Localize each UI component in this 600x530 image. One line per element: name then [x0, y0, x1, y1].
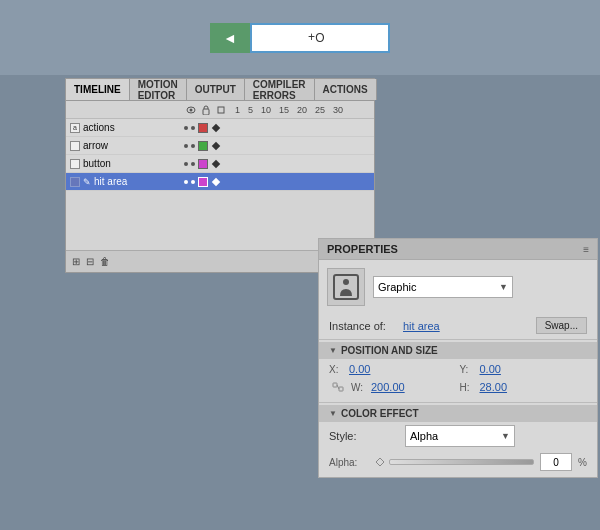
layer-name-arrow: arrow — [66, 140, 181, 151]
color-sq-actions — [198, 123, 208, 133]
svg-point-1 — [190, 108, 193, 111]
text-field[interactable]: O — [250, 23, 390, 53]
person-icon — [336, 276, 356, 298]
frame-30-label: 30 — [333, 105, 343, 115]
layers-area: a actions arrow — [66, 119, 374, 191]
style-dropdown-arrow-icon: ▼ — [501, 431, 510, 441]
frame-20-label: 20 — [297, 105, 307, 115]
layer-name-actions: a actions — [66, 122, 181, 133]
keyframe-hitarea — [212, 177, 220, 185]
arrow-type-icon — [70, 141, 80, 151]
layer-controls-button — [181, 159, 211, 169]
properties-menu-icon[interactable]: ≡ — [583, 244, 589, 255]
color-toggle-icon: ▼ — [329, 409, 337, 418]
properties-header: PROPERTIES ≡ — [319, 239, 597, 260]
divider-2 — [319, 402, 597, 403]
layer-name-text-actions: actions — [83, 122, 115, 133]
layer-row-arrow[interactable]: arrow — [66, 137, 374, 155]
w-value[interactable]: 200.00 — [371, 381, 405, 393]
green-block: ◄ — [210, 23, 250, 53]
vis-dot-actions — [184, 126, 188, 130]
add-folder-button[interactable]: ⊟ — [86, 256, 94, 267]
text-field-value: O — [315, 31, 324, 45]
lock-dot-button — [191, 162, 195, 166]
add-layer-button[interactable]: ⊞ — [72, 256, 80, 267]
keyframe-button — [212, 159, 220, 167]
lock-icon[interactable] — [200, 104, 212, 116]
h-label: H: — [460, 382, 476, 393]
button-type-icon — [70, 159, 80, 169]
vis-dot-button — [184, 162, 188, 166]
layer-controls-hitarea — [181, 177, 211, 187]
vis-dot-arrow — [184, 144, 188, 148]
properties-title: PROPERTIES — [327, 243, 398, 255]
w-label: W: — [351, 382, 367, 393]
instance-label: Instance of: — [329, 320, 399, 332]
tab-bar: TIMELINE MOTION EDITOR OUTPUT COMPILER E… — [66, 79, 374, 101]
delete-layer-button[interactable]: 🗑 — [100, 256, 110, 267]
pencil-icon: ✎ — [83, 177, 91, 187]
color-sq-arrow — [198, 141, 208, 151]
lock-dot-actions — [191, 126, 195, 130]
action-type-icon: a — [70, 123, 80, 133]
style-dropdown[interactable]: Alpha ▼ — [405, 425, 515, 447]
alpha-slider-container — [375, 457, 534, 467]
frame-10-label: 10 — [261, 105, 271, 115]
eye-icon[interactable] — [185, 104, 197, 116]
swap-button[interactable]: Swap... — [536, 317, 587, 334]
svg-rect-3 — [218, 107, 224, 113]
constraint-icon[interactable] — [329, 378, 347, 396]
alpha-label: Alpha: — [329, 457, 369, 468]
position-section-title: POSITION AND SIZE — [341, 345, 438, 356]
instance-value[interactable]: hit area — [403, 320, 440, 332]
alpha-row: Alpha: 0 % — [319, 450, 597, 477]
color-section-header[interactable]: ▼ COLOR EFFECT — [319, 405, 597, 422]
left-arrow-icon: ◄ — [223, 30, 237, 46]
svg-rect-5 — [333, 383, 337, 387]
keyframe-arrow — [212, 141, 220, 149]
graphic-type-dropdown[interactable]: Graphic ▼ — [373, 276, 513, 298]
h-value[interactable]: 28.00 — [480, 381, 508, 393]
frame-area-arrow — [211, 137, 374, 154]
layer-name-text-hitarea: hit area — [94, 176, 127, 187]
y-value[interactable]: 0.00 — [480, 363, 501, 375]
graphic-icon-inner — [333, 274, 359, 300]
tab-timeline[interactable]: TIMELINE — [66, 79, 130, 100]
plus-sign: + — [308, 30, 315, 44]
position-grid: X: 0.00 Y: 0.00 W: 200.00 H: 28.00 — [319, 359, 597, 400]
alpha-slider[interactable] — [389, 459, 534, 465]
square-icon[interactable] — [215, 104, 227, 116]
lock-dot-hitarea — [191, 180, 195, 184]
alpha-slider-icon — [375, 457, 385, 467]
layer-row-actions[interactable]: a actions — [66, 119, 374, 137]
dropdown-arrow-icon: ▼ — [499, 282, 508, 292]
hitarea-type-icon — [70, 177, 80, 187]
alpha-input[interactable]: 0 — [540, 453, 572, 471]
tab-output[interactable]: OUTPUT — [187, 79, 245, 100]
layer-row-button[interactable]: button — [66, 155, 374, 173]
svg-rect-6 — [339, 387, 343, 391]
tab-motion-editor[interactable]: MOTION EDITOR — [130, 79, 187, 100]
props-icon-area: Graphic ▼ — [319, 260, 597, 314]
timeline-header: 1 5 10 15 20 25 30 — [66, 101, 374, 119]
tab-compiler-errors[interactable]: COMPILER ERRORS — [245, 79, 315, 100]
tab-actions[interactable]: ACTIONS — [315, 79, 377, 100]
layer-name-text-arrow: arrow — [83, 140, 108, 151]
layer-controls-actions — [181, 123, 211, 133]
color-sq-button — [198, 159, 208, 169]
properties-panel: PROPERTIES ≡ Graphic ▼ Instance of: hit … — [318, 238, 598, 478]
graphic-dropdown: Graphic ▼ — [373, 276, 513, 298]
svg-point-4 — [343, 279, 349, 285]
y-label: Y: — [460, 364, 476, 375]
position-section-header[interactable]: ▼ POSITION AND SIZE — [319, 342, 597, 359]
frame-5-label: 5 — [248, 105, 253, 115]
header-icons — [181, 104, 231, 116]
layer-row-hitarea[interactable]: ✎ hit area — [66, 173, 374, 191]
keyframe-actions — [212, 123, 220, 131]
frame-1-label: 1 — [235, 105, 240, 115]
instance-row: Instance of: hit area Swap... — [319, 314, 597, 337]
alpha-value: 0 — [553, 457, 559, 468]
x-value[interactable]: 0.00 — [349, 363, 370, 375]
style-row: Style: Alpha ▼ — [319, 422, 597, 450]
layer-name-hitarea: ✎ hit area — [66, 176, 181, 187]
